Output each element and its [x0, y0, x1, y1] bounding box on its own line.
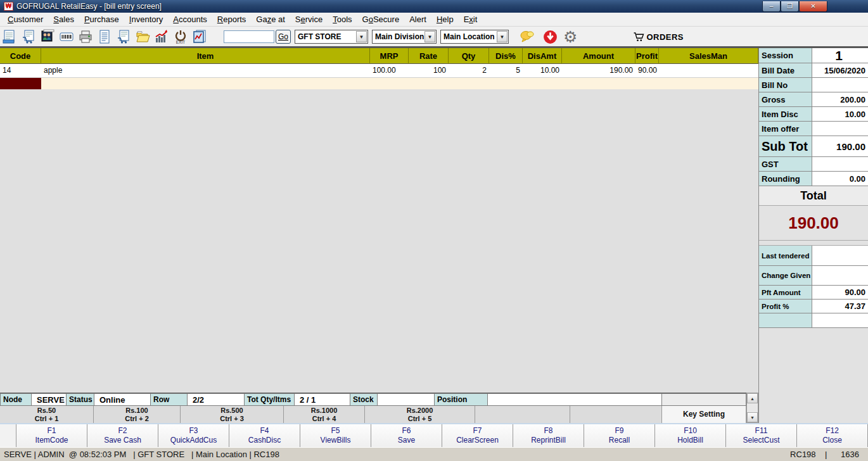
fkey-f12-button[interactable]: F12Close — [797, 424, 868, 447]
store-dropdown[interactable]: GFT STORE ▼ — [295, 30, 368, 44]
column-header-mrp: MRP — [370, 48, 409, 64]
app-logo-icon: ₩ — [4, 2, 13, 11]
menu-item-inventory[interactable]: Inventory — [124, 13, 169, 25]
fkey-f5-button[interactable]: F5ViewBills — [300, 424, 371, 447]
fkey-f3-button[interactable]: F3QuickAddCus — [158, 424, 229, 447]
menu-item-accounts[interactable]: Accounts — [168, 13, 212, 25]
menu-item-customer[interactable]: Customer — [3, 13, 48, 25]
fkey-f4-button[interactable]: F4CashDisc — [229, 424, 300, 447]
money-key: Ctrl + 5 — [408, 415, 432, 423]
money-button-rs2000[interactable]: Rs.2000Ctrl + 5 — [365, 406, 475, 423]
restore-button[interactable]: ❐ — [781, 1, 799, 12]
scroll-down-icon[interactable]: ▼ — [747, 412, 758, 422]
grid-data-row[interactable]: 14apple100.001002510.00190.0090.00 — [0, 64, 758, 78]
menu-item-sales[interactable]: Sales — [48, 13, 79, 25]
fkey-label: QuickAddCus — [170, 436, 217, 445]
menu-item-tools[interactable]: Tools — [328, 13, 357, 25]
summary-value — [812, 78, 868, 92]
minimize-button[interactable]: – — [762, 1, 781, 12]
location-dropdown-value: Main Location — [441, 32, 497, 41]
summary-value — [812, 246, 868, 265]
fkey-f10-button[interactable]: F10HoldBill — [655, 424, 726, 447]
division-dropdown-value: Main Division — [373, 32, 424, 41]
bill-list-icon[interactable] — [95, 28, 114, 46]
fkey-f8-button[interactable]: F8ReprintBill — [513, 424, 584, 447]
bill-summary-panel: Session1Bill Date15/06/2020Bill NoGross2… — [758, 48, 868, 423]
chart-report-icon[interactable] — [190, 28, 209, 46]
money-amount: Rs.50 — [37, 407, 56, 415]
fkey-f1-button[interactable]: F1ItemCode — [16, 424, 87, 447]
chevron-down-icon: ▼ — [497, 31, 507, 42]
fkey-label: ClearScreen — [456, 436, 499, 445]
menu-item-exit[interactable]: Exit — [459, 13, 483, 25]
money-button-rs500[interactable]: Rs.500Ctrl + 3 — [181, 406, 284, 423]
open-folder-icon[interactable] — [133, 28, 152, 46]
toolbar: EXIT Go GFT STORE ▼ Main Division ▼ Main… — [0, 27, 868, 46]
fkey-number: F12 — [826, 426, 839, 436]
cell-qty: 2 — [449, 64, 489, 77]
chevron-down-icon: ▼ — [424, 31, 435, 42]
money-key: Ctrl + 1 — [35, 415, 59, 423]
fkey-f9-button[interactable]: F9Recall — [584, 424, 655, 447]
column-header-code: Code — [0, 48, 41, 64]
money-button-rs1000[interactable]: Rs.1000Ctrl + 4 — [284, 406, 365, 423]
menu-bar: CustomerSalesPurchaseInventoryAccountsRe… — [0, 13, 868, 27]
status-line: NodeSERVEStatusOnlineRow2/2Tot Qty/Itms2… — [0, 393, 746, 405]
summary-label: Pft Amount — [759, 286, 812, 299]
exit-power-icon[interactable]: EXIT — [171, 28, 190, 46]
money-shortcut-row: Rs.50Ctrl + 1Rs.100Ctrl + 2Rs.500Ctrl + … — [0, 405, 746, 423]
menu-item-alert[interactable]: Alert — [404, 13, 431, 25]
printer-icon[interactable] — [76, 28, 95, 46]
menu-item-purchase[interactable]: Purchase — [79, 13, 124, 25]
fkey-f11-button[interactable]: F11SelectCust — [726, 424, 797, 447]
sales-chart-icon[interactable] — [152, 28, 171, 46]
cell-dis: 5 — [489, 64, 523, 77]
money-button-rs50[interactable]: Rs.50Ctrl + 1 — [0, 406, 94, 423]
orders-button[interactable]: ORDERS — [633, 31, 684, 42]
menu-item-gaze-at[interactable]: Gaze at — [251, 13, 290, 25]
bill-grid-area: CodeItemMRPRateQtyDis%DisAmtAmountProfit… — [0, 48, 758, 423]
menu-item-reports[interactable]: Reports — [212, 13, 252, 25]
total-label: Total — [759, 186, 868, 206]
quick-search-input[interactable] — [224, 30, 274, 43]
menu-item-service[interactable]: Service — [290, 13, 328, 25]
grid-entry-row[interactable] — [0, 78, 758, 89]
download-update-icon[interactable] — [542, 28, 558, 45]
fkey-f6-button[interactable]: F6Save — [371, 424, 442, 447]
summary-label: Item offer — [759, 122, 812, 136]
vertical-scrollbar[interactable]: ▲ ▼ — [746, 393, 758, 423]
customers-icon[interactable] — [38, 28, 57, 46]
money-amount: Rs.100 — [125, 407, 148, 415]
money-button-rs100[interactable]: Rs.100Ctrl + 2 — [94, 406, 181, 423]
gear-icon[interactable]: ⚙ — [563, 28, 577, 46]
menu-item-help[interactable]: Help — [431, 13, 459, 25]
active-code-cell[interactable] — [0, 78, 41, 89]
barcode-icon[interactable] — [57, 28, 76, 46]
summary-label: Gross — [759, 92, 812, 106]
division-dropdown[interactable]: Main Division ▼ — [372, 30, 437, 44]
summary-value — [812, 157, 868, 171]
go-button[interactable]: Go — [276, 30, 291, 44]
fkey-f2-button[interactable]: F2Save Cash — [87, 424, 158, 447]
column-header-profit: Profit — [635, 48, 659, 64]
close-button[interactable]: ✕ — [799, 1, 827, 12]
cell-salesman — [659, 64, 758, 77]
chat-icon[interactable] — [519, 28, 535, 45]
store-dropdown-value: GFT STORE — [295, 32, 356, 41]
sales-cart-icon[interactable] — [19, 28, 38, 46]
cell-mrp: 100.00 — [370, 64, 409, 77]
fkey-label: ViewBills — [321, 436, 351, 445]
scroll-up-icon[interactable]: ▲ — [747, 393, 758, 403]
new-bill-icon[interactable] — [0, 28, 19, 46]
statusline-value-status: Online — [94, 393, 151, 406]
menu-item-gosecure[interactable]: GoSecure — [357, 13, 405, 25]
statusline-label-node: Node — [0, 393, 32, 406]
cart-doc-icon[interactable] — [114, 28, 133, 46]
orders-label: ORDERS — [646, 32, 684, 42]
key-setting-button[interactable]: Key Setting — [662, 406, 746, 423]
location-dropdown[interactable]: Main Location ▼ — [440, 30, 509, 44]
fkey-f7-button[interactable]: F7ClearScreen — [442, 424, 513, 447]
lower-status-strip: NodeSERVEStatusOnlineRow2/2Tot Qty/Itms2… — [0, 393, 758, 423]
column-header-disamt: DisAmt — [523, 48, 562, 64]
summary-label: Item Disc — [759, 107, 812, 121]
